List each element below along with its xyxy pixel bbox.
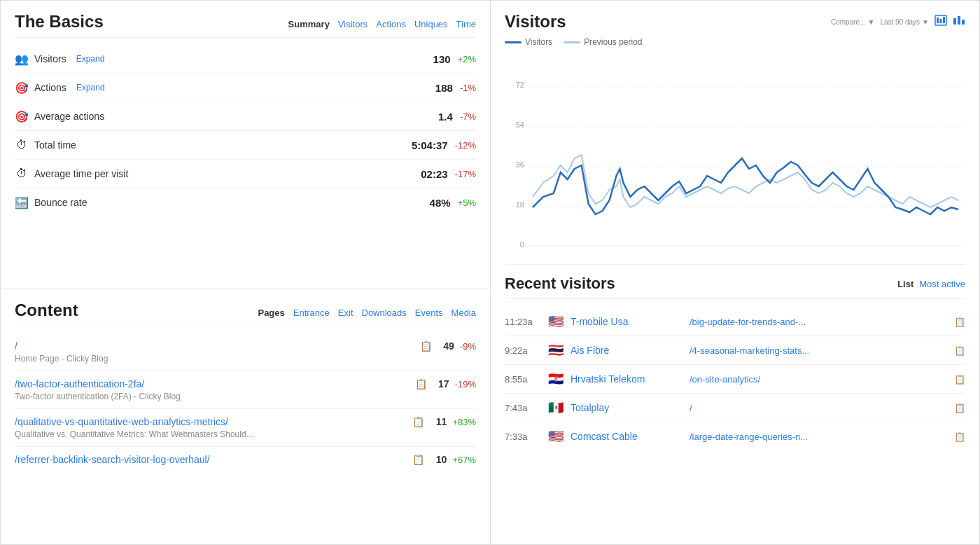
svg-rect-1: [937, 18, 939, 23]
visitor-row-3: 7:43a 🇲🇽 Totalplay / 📋: [505, 394, 965, 422]
period-dropdown[interactable]: Last 90 days ▼: [880, 18, 929, 26]
actions-number: 188: [435, 82, 453, 94]
bounce-change: +5%: [458, 198, 476, 208]
tab-summary[interactable]: Summary: [288, 19, 330, 29]
page-icon-2: 📋: [412, 416, 424, 427]
recent-visitors-section: Recent visitors List Most active 11:23a …: [505, 264, 965, 450]
metric-value-avg-time: 02:23 -17%: [421, 168, 476, 180]
content-item-row-1: /two-factor-authentication-2fa/ 📋 17 -19…: [15, 378, 476, 389]
metric-row-actions: 🎯 Actions Expand 188 -1%: [15, 74, 476, 102]
svg-text:Aug 11: Aug 11: [653, 251, 678, 253]
content-link-3[interactable]: /referrer-backlink-search-visitor-log-ov…: [15, 454, 210, 465]
content-item-0: / 📋 49 -9% Home Page - Clicky Blog: [15, 333, 476, 371]
visitor-action-icon-1[interactable]: 📋: [954, 345, 965, 356]
compare-chevron: ▼: [867, 18, 874, 26]
content-items: / 📋 49 -9% Home Page - Clicky Blog /two-…: [15, 333, 476, 472]
content-link-0[interactable]: /: [15, 340, 18, 352]
total-time-change: -12%: [455, 140, 476, 151]
tab-actions[interactable]: Actions: [376, 19, 406, 29]
content-tabs: Pages Entrance Exit Downloads Events Med…: [258, 308, 476, 318]
recent-visitors-header: Recent visitors List Most active: [505, 275, 965, 299]
visitor-action-icon-0[interactable]: 📋: [954, 317, 965, 327]
tab-events[interactable]: Events: [415, 308, 443, 318]
avg-actions-icon: 🎯: [15, 109, 29, 123]
content-count-2: 11: [430, 416, 447, 427]
content-header: Content Pages Entrance Exit Downloads Ev…: [15, 301, 476, 326]
tab-entrance[interactable]: Entrance: [293, 308, 330, 318]
bar-chart-icon[interactable]: [953, 15, 965, 29]
metric-label-avg-time: ⏱ Average time per visit: [15, 167, 128, 181]
total-time-icon: ⏱: [15, 138, 29, 152]
svg-text:54: 54: [516, 120, 524, 129]
visitor-action-icon-3[interactable]: 📋: [954, 403, 965, 413]
visitor-name-4[interactable]: Comcast Cable: [570, 431, 682, 442]
bounce-label: Bounce rate: [34, 197, 88, 208]
visitors-change: +2%: [458, 54, 476, 64]
svg-text:Sep 30: Sep 30: [897, 251, 922, 253]
content-right-0: 📋 49 -9%: [420, 340, 476, 352]
legend-visitors-line: [505, 41, 522, 43]
avg-actions-number: 1.4: [438, 111, 453, 123]
visitor-flag-4: 🇺🇸: [548, 429, 564, 444]
visitor-page-2[interactable]: /on-site-analytics/: [690, 374, 947, 385]
tab-most-active[interactable]: Most active: [919, 279, 965, 289]
svg-text:18: 18: [516, 200, 524, 209]
visitors-icon: 👥: [15, 52, 29, 66]
tab-uniques[interactable]: Uniques: [414, 19, 448, 29]
metric-label-avg-actions: 🎯 Average actions: [15, 109, 104, 123]
chart-legend: Visitors Previous period: [505, 37, 965, 47]
visitor-page-4[interactable]: /large-date-range-queries-n...: [690, 432, 947, 442]
content-change-2: +83%: [452, 417, 476, 427]
visitor-action-icon-2[interactable]: 📋: [954, 374, 965, 385]
recent-visitors-tabs: List Most active: [897, 279, 965, 289]
svg-rect-3: [943, 17, 945, 23]
visitor-action-icon-4[interactable]: 📋: [954, 432, 965, 442]
actions-expand[interactable]: Expand: [76, 83, 105, 92]
visitor-name-3[interactable]: Totalplay: [570, 402, 682, 413]
visitor-time-0: 11:23a: [505, 317, 541, 327]
tab-downloads[interactable]: Downloads: [362, 308, 407, 318]
page-icon-1: 📋: [415, 378, 427, 389]
export-icon[interactable]: [934, 15, 947, 29]
content-link-2[interactable]: /qualitative-vs-quantitative-web-analyti…: [15, 416, 228, 427]
metric-label-visitors: 👥 Visitors Expand: [15, 52, 104, 66]
content-item-2: /qualitative-vs-quantitative-web-analyti…: [15, 409, 476, 447]
visitor-name-2[interactable]: Hrvatski Telekom: [570, 373, 682, 385]
svg-text:36: 36: [516, 160, 524, 169]
content-subtitle-1: Two-factor authentication (2FA) - Clicky…: [15, 392, 476, 401]
visitor-page-3[interactable]: /: [690, 403, 947, 413]
total-time-label: Total time: [34, 139, 76, 151]
tab-list[interactable]: List: [897, 279, 913, 289]
visitor-flag-0: 🇺🇸: [548, 314, 564, 329]
visitor-name-0[interactable]: T-mobile Usa: [570, 316, 682, 327]
tab-media[interactable]: Media: [451, 308, 476, 318]
chart-area: 0 18 36 54 72 Jul 17 Aug 11 Sep 5 Sep 30: [505, 57, 965, 253]
tab-time[interactable]: Time: [456, 19, 476, 29]
visitor-page-1[interactable]: /4-seasonal-marketing-stats...: [690, 345, 947, 356]
visitor-row-1: 9:22a 🇹🇭 Ais Fibre /4-seasonal-marketing…: [505, 336, 965, 365]
total-time-number: 5:04:37: [412, 139, 448, 151]
actions-label: Actions: [34, 82, 66, 93]
metric-value-visitors: 130 +2%: [433, 53, 476, 65]
tab-exit[interactable]: Exit: [338, 308, 354, 318]
visitor-flag-1: 🇹🇭: [548, 343, 564, 358]
compare-dropdown[interactable]: Compare... ▼: [831, 18, 874, 26]
recent-visitors-title: Recent visitors: [505, 275, 615, 293]
content-item-row-3: /referrer-backlink-search-visitor-log-ov…: [15, 454, 476, 465]
avg-time-label: Average time per visit: [34, 168, 128, 179]
content-link-1[interactable]: /two-factor-authentication-2fa/: [15, 378, 144, 389]
metric-value-bounce: 48% +5%: [430, 197, 476, 209]
visitor-page-0[interactable]: /big-update-for-trends-and-...: [690, 317, 947, 327]
tab-pages[interactable]: Pages: [258, 308, 284, 318]
actions-icon: 🎯: [15, 81, 29, 95]
visitor-name-1[interactable]: Ais Fibre: [570, 345, 682, 356]
content-change-1: -19%: [455, 379, 476, 389]
visitors-chart-svg: 0 18 36 54 72 Jul 17 Aug 11 Sep 5 Sep 30: [505, 57, 965, 253]
legend-previous-label: Previous period: [584, 37, 642, 47]
visitors-expand[interactable]: Expand: [76, 54, 105, 64]
content-right-1: 📋 17 -19%: [415, 378, 476, 389]
visitors-panel: Visitors Compare... ▼ Last 90 days ▼: [490, 0, 980, 545]
period-label: Last 90 days: [880, 18, 920, 26]
tab-visitors-basics[interactable]: Visitors: [338, 19, 368, 29]
svg-text:Sep 5: Sep 5: [788, 251, 808, 253]
